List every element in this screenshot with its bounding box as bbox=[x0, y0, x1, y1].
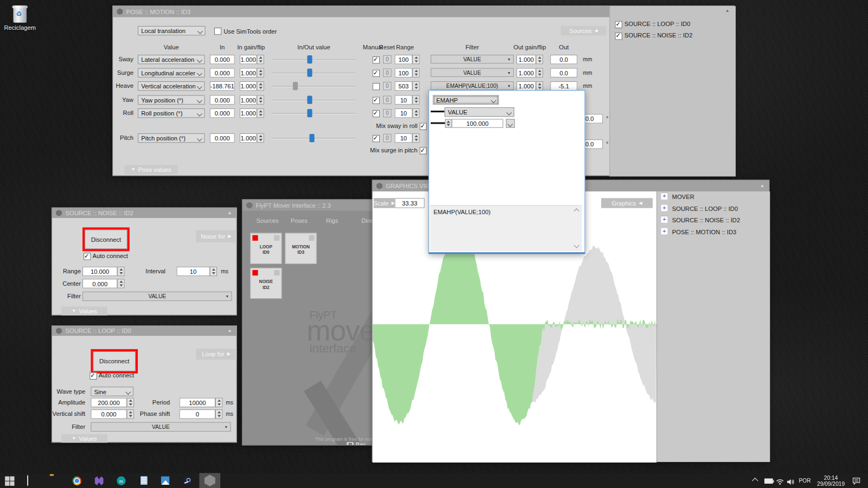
tab-sources[interactable]: Sources bbox=[256, 217, 278, 224]
value-select[interactable]: Vertical acceleration (m/s²) bbox=[138, 81, 205, 91]
vertical-shift-spinner[interactable] bbox=[127, 409, 134, 419]
clock[interactable]: 20:14 29/09/2019 bbox=[814, 475, 848, 487]
period-spinner[interactable] bbox=[215, 398, 222, 407]
pose-values-button[interactable]: Pose values bbox=[125, 165, 178, 174]
action-center-button[interactable] bbox=[852, 477, 860, 488]
out-gain-field[interactable]: 1.000 bbox=[516, 55, 536, 64]
reset-button[interactable]: 0 bbox=[383, 69, 391, 77]
phase-shift-field[interactable]: 0 bbox=[180, 409, 215, 419]
value-select[interactable]: Lateral acceleration (m/s²) bbox=[138, 55, 205, 64]
in-field[interactable]: 0.000 bbox=[210, 133, 235, 143]
tree-expand-button[interactable] bbox=[660, 192, 668, 200]
range-spinner[interactable] bbox=[412, 95, 419, 105]
collapse-icon[interactable] bbox=[760, 184, 764, 188]
range-spinner[interactable] bbox=[412, 81, 419, 91]
tray-expand-button[interactable] bbox=[753, 473, 757, 488]
amplitude-spinner[interactable] bbox=[127, 398, 134, 407]
mix-roll-checkbox[interactable] bbox=[419, 123, 426, 130]
start-button[interactable] bbox=[5, 476, 15, 486]
filter-number-spinner[interactable] bbox=[445, 119, 451, 127]
noise-for-button[interactable]: Noise for bbox=[196, 230, 236, 242]
collapse-icon[interactable] bbox=[725, 9, 730, 13]
inout-slider[interactable] bbox=[272, 133, 356, 143]
filter-select[interactable]: VALUE bbox=[91, 422, 231, 432]
in-field[interactable]: 0.000 bbox=[210, 95, 235, 105]
inout-slider[interactable] bbox=[272, 95, 356, 105]
tree-item-mover[interactable]: MOVER bbox=[672, 194, 694, 200]
disconnect-button[interactable]: Disconnect bbox=[91, 349, 138, 374]
manual-checkbox[interactable] bbox=[373, 83, 380, 90]
noise-title-bar[interactable]: SOURCE :: NOISE :: ID2 bbox=[52, 208, 237, 218]
filter-list-item[interactable]: EMAHP(VALUE;100) bbox=[433, 209, 490, 215]
range-field[interactable]: 10 bbox=[395, 108, 413, 118]
center-field[interactable]: 0.000 bbox=[82, 279, 117, 288]
range-spinner[interactable] bbox=[412, 108, 419, 118]
tab-rigs[interactable]: Rigs bbox=[326, 217, 338, 224]
range-field[interactable]: 10 bbox=[395, 95, 413, 105]
manual-checkbox[interactable] bbox=[373, 70, 380, 77]
scroll-up-icon[interactable] bbox=[574, 208, 579, 214]
in-gain-field[interactable]: 1.000 bbox=[240, 55, 257, 64]
out-gain-spinner[interactable] bbox=[536, 55, 543, 64]
collapse-icon[interactable] bbox=[227, 329, 232, 333]
scroll-down-icon[interactable] bbox=[574, 243, 579, 248]
collapse-icon[interactable] bbox=[227, 211, 232, 215]
in-field[interactable]: 0.000 bbox=[210, 68, 235, 78]
filter-number-field[interactable]: 100.000 bbox=[452, 119, 503, 127]
simtools-order-checkbox[interactable] bbox=[214, 28, 221, 35]
range-field[interactable]: 10.000 bbox=[82, 267, 117, 276]
manual-checkbox[interactable] bbox=[373, 97, 380, 104]
range-field[interactable]: 100 bbox=[395, 68, 413, 78]
filter-select[interactable]: VALUE bbox=[431, 68, 514, 77]
graphics-toggle-button[interactable]: Graphics bbox=[601, 198, 653, 208]
flypt-mover-taskbar-button[interactable] bbox=[199, 473, 220, 488]
out-gain-field[interactable]: 1.000 bbox=[516, 68, 536, 78]
status-square-gray[interactable] bbox=[309, 235, 314, 241]
in-gain-field[interactable]: 1.000 bbox=[240, 133, 257, 143]
value-select[interactable]: Pitch position (°) bbox=[138, 133, 205, 143]
language-indicator[interactable]: POR bbox=[799, 478, 810, 484]
notepad-button[interactable] bbox=[139, 476, 149, 486]
filter-type-select[interactable]: EMAHP bbox=[433, 95, 499, 105]
loop-title-bar[interactable]: SOURCE :: LOOP :: ID0 bbox=[52, 326, 237, 336]
in-gain-field[interactable]: 1.000 bbox=[240, 95, 257, 105]
inout-slider[interactable] bbox=[272, 108, 356, 118]
source-loop-checkbox[interactable] bbox=[615, 21, 622, 28]
filter-select[interactable]: VALUE bbox=[431, 55, 514, 63]
recycle-bin-shortcut[interactable]: Reciclagem bbox=[3, 3, 36, 34]
scale-button[interactable]: Scale bbox=[374, 198, 395, 208]
photos-button[interactable] bbox=[161, 476, 170, 486]
file-explorer-button[interactable] bbox=[50, 476, 60, 486]
out-gain-spinner[interactable] bbox=[536, 68, 543, 78]
period-field[interactable]: 10000 bbox=[180, 398, 215, 407]
manual-checkbox[interactable] bbox=[373, 56, 380, 63]
reset-button[interactable]: 0 bbox=[383, 82, 391, 90]
manual-checkbox[interactable] bbox=[373, 135, 380, 142]
card-noise-id2[interactable]: NOISEID2 bbox=[250, 268, 282, 299]
in-gain-spinner[interactable] bbox=[257, 95, 264, 105]
filter-select[interactable]: EMAHP(VALUE;100) bbox=[431, 81, 514, 90]
wave-type-select[interactable]: Sine bbox=[91, 387, 133, 396]
in-gain-field[interactable]: 1.000 bbox=[240, 81, 257, 91]
filter-param-select[interactable]: VALUE bbox=[444, 107, 514, 117]
range-field[interactable]: 10 bbox=[395, 133, 413, 143]
range-field[interactable]: 100 bbox=[395, 55, 413, 64]
arduino-button[interactable] bbox=[116, 476, 126, 486]
chrome-button[interactable] bbox=[72, 476, 82, 486]
values-button[interactable]: Values bbox=[61, 434, 107, 442]
inout-slider[interactable] bbox=[272, 68, 356, 78]
value-select[interactable]: Roll position (°) bbox=[138, 108, 205, 118]
in-gain-field[interactable]: 1.000 bbox=[240, 108, 257, 118]
battery-indicator[interactable] bbox=[764, 473, 773, 488]
reset-button[interactable]: 0 bbox=[383, 109, 391, 117]
mix-pitch-checkbox[interactable] bbox=[419, 147, 426, 154]
reset-button[interactable]: 0 bbox=[383, 55, 391, 63]
scale-field[interactable]: 33.33 bbox=[395, 198, 425, 208]
paypal-button[interactable]: P Pay bbox=[347, 442, 365, 445]
task-view-button[interactable] bbox=[27, 476, 37, 486]
network-indicator[interactable] bbox=[776, 478, 784, 488]
inout-slider[interactable] bbox=[272, 55, 356, 64]
auto-connect-checkbox[interactable] bbox=[84, 253, 91, 260]
tree-item-noise[interactable]: SOURCE :: NOISE :: ID2 bbox=[672, 217, 740, 223]
range-spinner[interactable] bbox=[412, 68, 419, 78]
